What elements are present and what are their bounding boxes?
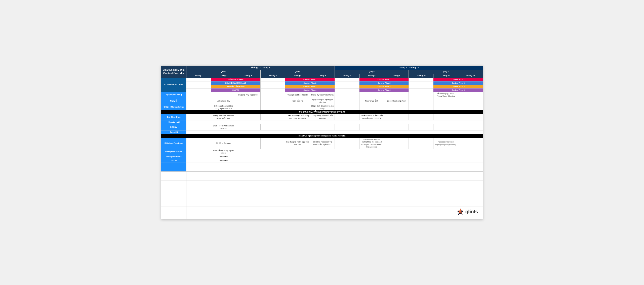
tt-rest [236, 159, 483, 163]
sk-t5 [285, 124, 310, 130]
p3-t8-t9: Content Pillar 3 [359, 85, 409, 88]
nqt-t11: Lễ tạ ơn (Mỹ) Black Friday/Cyber Monday [433, 92, 458, 98]
nqt-t5: Tháng Sức khỏe Tâm lý [285, 92, 310, 98]
nqt-t6: Tháng Tự hào Pride Month [310, 92, 335, 98]
p4-t1 [186, 88, 211, 92]
igs-t2: Chia sẻ Nội dung người dùng [211, 149, 236, 155]
extra6-cells [186, 207, 483, 219]
thang-10: Tháng 10 [409, 74, 433, 78]
blog-t7 [335, 114, 359, 120]
p2-t2-t3: KHUYẾN MẠI/BÁN HÀNG [211, 81, 260, 85]
cl-t11 [433, 104, 458, 110]
blog-t11 [433, 114, 458, 120]
p1-t10 [409, 78, 433, 81]
header-quy4: Quý 4 [409, 70, 483, 74]
thang-8: Tháng 8 [359, 74, 384, 78]
p2-t5-t6: Content Pillar 2 [285, 81, 335, 85]
bai-dang-blog-label: Bài đăng Blog [161, 114, 186, 120]
blog-t9 [384, 114, 409, 120]
nl-t1 [186, 98, 211, 104]
p4-t2-t3: GIẢI TRÍ [211, 88, 260, 92]
p1-t8-t9: Content Pillar 1 [359, 78, 409, 81]
blog-t3 [236, 114, 260, 120]
sk-t2: 2/14: Hội chợ nhận nuôi chó mèo [211, 124, 236, 130]
blog-t10 [409, 114, 433, 120]
p4-t11-t12: Content Pillar 4 [433, 88, 483, 92]
igr-t2: Tiêu điểm [211, 155, 236, 159]
nl-t4 [261, 98, 285, 104]
nl-t2: Valentine's Day [211, 98, 236, 104]
sk-t10 [409, 124, 433, 130]
sk-t11 [433, 124, 458, 130]
extra1-cells [186, 163, 483, 171]
extra3-cells [186, 180, 483, 189]
calendar-title: 2022 Social Media Content Calendar [161, 66, 186, 78]
p4-t7 [335, 88, 359, 92]
cl-t9 [384, 104, 409, 110]
glints-text: glints [465, 209, 478, 215]
cl-t8 [359, 104, 384, 110]
nl-t12 [458, 98, 483, 104]
blog-t2: Thống kê về số chó mèo được nhận nuôi [211, 114, 236, 120]
nl-t11 [433, 98, 458, 104]
blog-t12 [458, 114, 483, 120]
sk-t1 [186, 124, 211, 130]
sk-t7 [335, 124, 359, 130]
fb-t3 [236, 138, 260, 149]
extra2-label [161, 171, 186, 180]
nl-t7 [335, 98, 359, 104]
cl-t1 [186, 104, 211, 110]
p1-t5-t6: Content Pillar 1 [285, 78, 335, 81]
extra4-label [161, 189, 186, 198]
blog-t1 [186, 114, 211, 120]
blog-t4 [261, 114, 285, 120]
p2-t11-t12: Content Pillar 2 [433, 81, 483, 85]
nqt-t8 [359, 92, 384, 98]
noi-dung-header: NỘI DUNG NỀN TẢNG (CORNERSTONE CONTENT) [161, 110, 483, 114]
chien-luoc-label: Chiến lược Marketing [161, 104, 186, 110]
cuoc-thi-empty [186, 130, 483, 134]
p3-t7 [335, 85, 359, 88]
p1-t1 [186, 78, 211, 81]
cl-t12 [458, 104, 483, 110]
ig-stories-label: Instagram Stories [161, 149, 186, 155]
p3-t2-t3: TRUYỀN CẢM HỨNG [211, 85, 260, 88]
p1-t2-t3: GIÁO DỤC + News [211, 78, 260, 81]
fb-t12 [458, 138, 483, 149]
su-kien-label: Sự kiện [161, 124, 186, 130]
cuoc-thi-label: Cuộc thi [161, 130, 186, 134]
cl-t10 [409, 104, 433, 110]
nqt-t10 [409, 92, 433, 98]
nqt-t7 [335, 92, 359, 98]
fb-t2: Bài đăng Carousel [211, 138, 236, 149]
thang-1: Tháng 1 [186, 74, 211, 78]
khuyen-mai-empty [186, 120, 483, 124]
nqt-t12 [458, 92, 483, 98]
nqt-t3: Quốc tế Phụ nữ(03/08) [236, 92, 260, 98]
p4-t8-t9: Content Pillar 4 [359, 88, 409, 92]
cl-t7 [335, 104, 359, 110]
thang-2: Tháng 2 [211, 74, 236, 78]
thang-4: Tháng 4 [261, 74, 285, 78]
p3-t1 [186, 85, 211, 88]
tt-t2: Tiêu điểm [211, 159, 236, 163]
extra1-label [161, 163, 186, 171]
cl-t6: Chiến dịch Gia đình và thú cưng [310, 104, 335, 110]
p1-t7 [335, 78, 359, 81]
thang-12: Tháng 12 [458, 74, 483, 78]
extra4-cells [186, 189, 483, 198]
blog-t6: 11 kỹ năng cần thiết của loài chó [310, 114, 335, 120]
fb-t11: Facebook Carousel highlighting the givea… [433, 138, 458, 149]
glints-logo: glints [457, 208, 478, 216]
khuyen-mai-label: Khuyến mại [161, 120, 186, 124]
ngay-le-label: Ngày lễ [161, 98, 186, 104]
p3-t4 [261, 85, 285, 88]
hinh-thuc-header: Hình thức nội dung trên MXH (Social medi… [161, 134, 483, 138]
igr-rest [236, 155, 483, 159]
extra2-cells [186, 171, 483, 180]
thang-9: Tháng 9 [384, 74, 409, 78]
nqt-t2 [211, 92, 236, 98]
sk-t3 [236, 124, 260, 130]
p2-t7 [335, 81, 359, 85]
thang-11: Tháng 11 [433, 74, 458, 78]
